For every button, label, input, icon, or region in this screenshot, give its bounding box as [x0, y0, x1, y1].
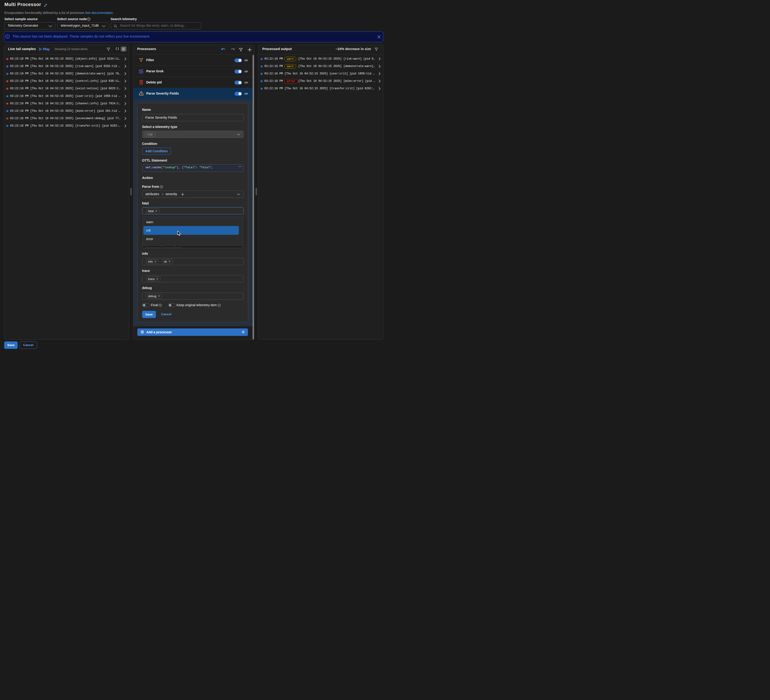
svg-text:?: ?: [160, 304, 161, 306]
svg-text:?: ?: [161, 185, 162, 188]
svg-text:?: ?: [88, 18, 89, 20]
svg-text:?: ?: [218, 304, 220, 306]
